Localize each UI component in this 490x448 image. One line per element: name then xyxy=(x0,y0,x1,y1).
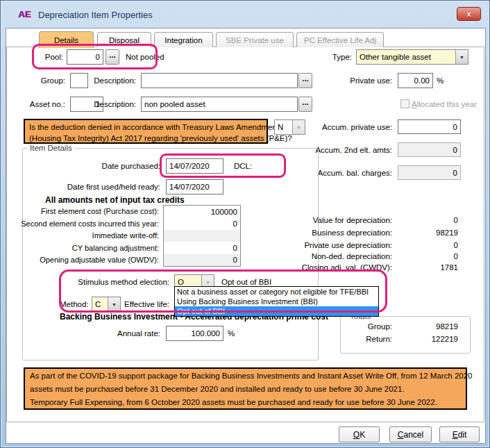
private-use-field[interactable]: 0.00 xyxy=(398,73,433,88)
group-description-field[interactable] xyxy=(141,73,298,88)
closing-adj-val-label: Closing adj. val. (CWDV): xyxy=(302,263,392,272)
pool-status-text: Not pooled xyxy=(126,52,164,62)
window-title: Depreciation Item Properties xyxy=(38,10,153,20)
stimulus-option-opt-out[interactable]: Opt out of BBI xyxy=(175,306,378,316)
annual-rate-label: Annual rate: xyxy=(117,329,160,338)
covid-notice-box: As part of the COVID-19 support package … xyxy=(24,367,467,410)
totals-return-label: Return: xyxy=(366,334,392,344)
annual-rate-field[interactable]: 100.000 xyxy=(166,326,223,341)
asset-no-label: Asset no.: xyxy=(30,99,65,109)
stimulus-method-text: Opt out of BBI xyxy=(221,277,271,287)
type-label: Type: xyxy=(332,52,352,62)
pool-browse-button[interactable]: ... xyxy=(105,49,119,65)
group-field[interactable] xyxy=(70,73,88,88)
cancel-button[interactable]: Cancel xyxy=(389,426,432,442)
date-purchased-field[interactable]: 14/07/2020 xyxy=(166,158,223,174)
accum-2nd-elt-value: 0 xyxy=(398,146,460,154)
cy-balancing-adjustment-label: CY balancing adjustment: xyxy=(72,243,159,253)
value-for-depreciation-label: Value for depreciation: xyxy=(313,215,392,225)
notice-line-1: As part of the COVID-19 support package … xyxy=(30,370,461,383)
chevron-down-icon[interactable]: ▼ xyxy=(455,50,468,64)
title-bar[interactable]: AE Depreciation Item Properties x xyxy=(1,1,489,28)
close-icon[interactable]: x xyxy=(457,7,481,21)
owdv-label: Opening adjustable value (OWDV): xyxy=(40,255,159,265)
deduction-denied-value: N xyxy=(275,120,292,134)
cy-balancing-adjustment-field[interactable]: 0 xyxy=(164,242,240,254)
method-dropdown[interactable]: C ▼ xyxy=(92,297,121,312)
date-first-used-value: 14/07/2020 xyxy=(167,183,223,191)
totals-group-label: Group: xyxy=(368,322,392,331)
deduction-denied-question-box: Is the deduction denied in accordance wi… xyxy=(24,119,268,144)
first-element-cost-field[interactable]: 100000 xyxy=(164,206,240,217)
private-use-percent: % xyxy=(437,76,443,85)
pool-field[interactable]: 0 xyxy=(67,49,103,65)
allocated-this-year-checkbox xyxy=(400,99,409,108)
accum-bal-charges-label: Accum. bal. charges: xyxy=(318,168,392,178)
closing-adj-val-value: 1781 xyxy=(440,263,458,272)
item-details-legend: Item Details xyxy=(27,144,75,153)
app-logo-icon: AE xyxy=(19,9,35,21)
first-element-cost-label: First element cost (Purchase cost): xyxy=(41,206,159,216)
depreciation-item-properties-dialog: AE Depreciation Item Properties x Detail… xyxy=(0,0,490,448)
totals-return-value: 122219 xyxy=(432,334,458,344)
second-element-costs-field[interactable]: 0 xyxy=(164,217,240,229)
method-code: C xyxy=(92,297,108,311)
question-line-1: Is the deduction denied in accordance wi… xyxy=(29,122,262,133)
stimulus-option-using-bbi[interactable]: Using Backing Business Investment (BBI) xyxy=(175,297,378,306)
accum-bal-charges-value: 0 xyxy=(398,169,460,177)
non-ded-depreciation-value: 0 xyxy=(454,251,458,261)
accum-bal-charges-field: 0 xyxy=(398,165,461,180)
question-line-2: (Housing Tax Integrity) Act 2017 regardi… xyxy=(29,133,262,144)
tab-integration[interactable]: Integration xyxy=(154,32,213,47)
accum-2nd-elt-field: 0 xyxy=(398,142,461,157)
asset-description-browse-button[interactable]: ... xyxy=(298,97,312,112)
non-ded-depreciation-label: Non-ded. depreciation: xyxy=(312,251,392,261)
asset-description-field[interactable]: non pooled asset xyxy=(141,97,298,112)
type-value: Other tangible asset xyxy=(357,50,455,64)
second-element-costs-label: Second element costs incurred this year: xyxy=(21,219,159,229)
tab-details[interactable]: Details xyxy=(39,31,94,48)
private-use-value: 0.00 xyxy=(398,76,432,85)
annual-rate-percent: % xyxy=(228,329,235,338)
tab-pc-effective-life-adj: PC Effective Life Adj xyxy=(296,32,384,47)
private-use-label: Private use: xyxy=(350,76,392,85)
ok-button[interactable]: OK xyxy=(339,426,380,442)
pool-value: 0 xyxy=(67,53,103,61)
dcl-label: DCL: xyxy=(234,161,252,171)
asset-description-label: Description: xyxy=(94,99,136,109)
notice-line-2: assets must be purchased before 31 Decem… xyxy=(30,383,461,396)
business-depreciation-value: 98219 xyxy=(436,228,458,238)
business-depreciation-label: Business depreciation: xyxy=(312,228,392,238)
type-dropdown[interactable]: Other tangible asset ▼ xyxy=(356,49,468,65)
owdv-field: 0 xyxy=(164,254,240,266)
notice-line-3: Temporary Full Expensing, from 6 October… xyxy=(30,396,461,409)
group-label: Group: xyxy=(41,76,65,85)
stimulus-option-not-eligible[interactable]: Not a business asset or category not eli… xyxy=(175,287,378,297)
date-first-used-label: Date first used/held ready: xyxy=(67,182,160,192)
group-description-browse-button[interactable]: ... xyxy=(298,73,312,88)
accum-private-use-field[interactable]: 0 xyxy=(398,119,461,134)
deduction-denied-dropdown[interactable]: N ▼ xyxy=(274,119,305,135)
date-first-used-field[interactable]: 14/07/2020 xyxy=(166,179,223,194)
tab-sbe-private-use: SBE Private use xyxy=(216,32,294,47)
pool-label: Pool: xyxy=(45,52,63,62)
immediate-write-off-label: Immediate write-off: xyxy=(92,231,159,240)
cost-fields-box: 100000 0 0 0 xyxy=(163,205,241,267)
chevron-down-icon: ▼ xyxy=(292,120,305,134)
accum-2nd-elt-label: Accum. 2nd elt. amts: xyxy=(315,145,392,155)
immediate-write-off-field xyxy=(164,230,240,242)
totals-group-value: 98219 xyxy=(436,322,458,331)
method-label: Method: xyxy=(60,299,89,309)
group-description-label: Description: xyxy=(94,76,136,85)
stimulus-options-list: Not a business asset or category not eli… xyxy=(174,286,379,317)
date-purchased-value: 14/07/2020 xyxy=(167,162,223,170)
tab-disposal[interactable]: Disposal xyxy=(97,32,151,47)
chevron-down-icon[interactable]: ▼ xyxy=(108,297,120,311)
accum-private-use-value: 0 xyxy=(398,123,460,131)
private-use-depreciation-label: Private use depreciation: xyxy=(304,240,392,250)
annual-rate-value: 100.000 xyxy=(167,329,223,338)
allocated-this-year-label: Allocated this year xyxy=(412,99,477,109)
accum-private-use-label: Accum. private use: xyxy=(322,122,392,132)
edit-button[interactable]: Edit xyxy=(439,426,480,442)
private-use-depreciation-value: 0 xyxy=(454,240,458,250)
